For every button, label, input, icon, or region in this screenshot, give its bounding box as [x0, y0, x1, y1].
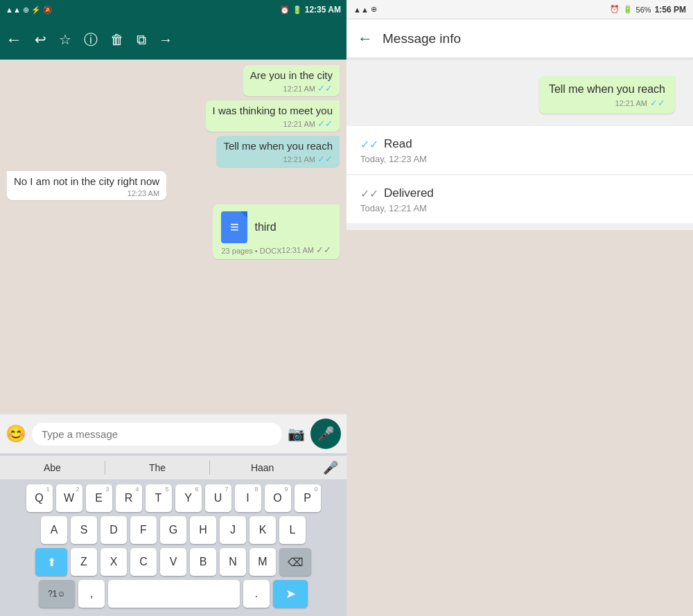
key-d[interactable]: D [100, 516, 127, 544]
msg-info-preview: Tell me when you reach 12:21 AM ✓✓ [539, 76, 675, 114]
key-j[interactable]: J [220, 516, 246, 544]
key-v[interactable]: V [160, 548, 186, 576]
key-shift[interactable]: ⬆ [35, 548, 67, 576]
camera-button[interactable]: 📷 [288, 425, 305, 442]
right-status-right: ⏰ 🔋 56% 1:56 PM [610, 5, 686, 15]
message-2-text: I was thinking to meet you [213, 105, 333, 116]
message-5-file: ≡ third 23 pages • DOCX 12:31 AM ✓✓ [213, 204, 340, 259]
delivered-label: Delivered [384, 186, 434, 200]
keyboard-mic-icon[interactable]: 🎤 [315, 460, 346, 475]
key-s[interactable]: S [71, 516, 97, 544]
right-toolbar: ← Message info [346, 19, 693, 58]
file-msg-ticks: ✓✓ [316, 245, 331, 255]
keyboard-rows: 1Q 2W 3E 4R 5T 6Y 7U 8I 9O 0P A S D F G … [0, 480, 346, 616]
key-l[interactable]: L [279, 516, 306, 544]
key-f[interactable]: F [130, 516, 157, 544]
key-q[interactable]: 1Q [26, 484, 53, 512]
delivered-time: Today, 12:21 AM [360, 203, 679, 213]
key-a[interactable]: A [41, 516, 67, 544]
alarm-icon: ⏰ [280, 6, 290, 15]
key-space[interactable] [108, 580, 240, 608]
suggestion-2[interactable]: Haan [210, 462, 315, 473]
message-4-text: No I am not in the city right now [14, 175, 159, 187]
key-w[interactable]: 2W [56, 484, 82, 512]
message-3: Tell me when you reach 12:21 AM ✓✓ [216, 136, 340, 167]
message-3-time: 12:21 AM [283, 155, 315, 164]
message-2-time: 12:21 AM [283, 120, 315, 128]
key-g[interactable]: G [160, 516, 186, 544]
key-t[interactable]: 5T [146, 484, 172, 512]
mic-icon: 🎤 [317, 425, 335, 442]
battery-icon: 🔋 [292, 6, 302, 15]
key-k[interactable]: K [249, 516, 276, 544]
info-icon[interactable]: ⓘ [84, 30, 98, 49]
mic-button[interactable]: 🎤 [310, 419, 341, 449]
message-input[interactable] [32, 423, 282, 446]
copy-icon[interactable]: ⧉ [137, 32, 146, 48]
read-card-header: ✓✓ Read [360, 137, 679, 151]
right-back-button[interactable]: ← [358, 30, 373, 48]
right-toolbar-title: Message info [383, 31, 461, 46]
delete-icon[interactable]: 🗑 [110, 32, 124, 48]
message-2-ticks: ✓✓ [317, 118, 333, 129]
message-3-meta: 12:21 AM ✓✓ [223, 154, 333, 164]
key-c[interactable]: C [130, 548, 157, 576]
key-u[interactable]: 7U [205, 484, 231, 512]
message-4-meta: 12:23 AM [14, 189, 159, 197]
preview-time: 12:21 AM [615, 99, 647, 107]
right-alarm-icon: ⏰ [610, 5, 620, 14]
key-m[interactable]: M [249, 548, 276, 576]
reply-icon[interactable]: ↩ [35, 31, 46, 48]
key-e[interactable]: 3E [86, 484, 112, 512]
left-toolbar: ← ↩ ☆ ⓘ 🗑 ⧉ → [0, 19, 346, 60]
key-o[interactable]: 9O [265, 484, 291, 512]
right-chat-background [346, 230, 693, 616]
message-2: I was thinking to meet you 12:21 AM ✓✓ [206, 100, 340, 132]
key-b[interactable]: B [190, 548, 216, 576]
key-p[interactable]: 0P [295, 484, 321, 512]
message-1-ticks: ✓✓ [317, 83, 333, 94]
delivered-card: ✓✓ Delivered Today, 12:21 AM [346, 175, 693, 223]
delivered-ticks-icon: ✓✓ [360, 187, 378, 200]
key-r[interactable]: 4R [116, 484, 142, 512]
key-row-3: ⬆ Z X C V B N M ⌫ [3, 548, 344, 576]
message-3-text: Tell me when you reach [223, 140, 333, 152]
keyboard-suggestions: Abe The Haan 🎤 [0, 456, 346, 480]
key-row-1: 1Q 2W 3E 4R 5T 6Y 7U 8I 9O 0P [3, 484, 344, 512]
key-y[interactable]: 6Y [175, 484, 202, 512]
chat-area: Are you in the city 12:21 AM ✓✓ I was th… [0, 60, 346, 414]
key-period[interactable]: . [243, 580, 270, 608]
read-label: Read [384, 137, 412, 151]
right-signal-icon: ▲▲ [353, 6, 369, 14]
doc-icon: ≡ [230, 218, 239, 236]
key-numbers[interactable]: ?1☺ [39, 580, 75, 608]
right-status-time: 1:56 PM [655, 5, 686, 15]
key-enter[interactable]: ➤ [273, 580, 308, 608]
keyboard: Abe The Haan 🎤 1Q 2W 3E 4R 5T 6Y 7U 8I 9… [0, 453, 346, 616]
key-delete[interactable]: ⌫ [279, 548, 311, 576]
suggestion-0[interactable]: Abe [0, 462, 105, 473]
preview-text: Tell me when you reach [549, 83, 665, 95]
key-z[interactable]: Z [71, 548, 97, 576]
left-status-bar: ▲▲ ⊕ ⚡ 🔕 ⏰ 🔋 12:35 AM [0, 0, 346, 19]
mute-icon: 🔕 [43, 6, 53, 15]
emoji-button[interactable]: 😊 [6, 424, 26, 443]
key-comma[interactable]: , [78, 580, 105, 608]
back-icon[interactable]: ← [6, 30, 22, 49]
file-name: third [254, 221, 276, 234]
file-inner: ≡ third [221, 211, 331, 243]
key-n[interactable]: N [220, 548, 246, 576]
file-icon: ≡ [221, 211, 247, 243]
message-1-time: 12:21 AM [283, 85, 315, 93]
key-i[interactable]: 8I [235, 484, 261, 512]
key-x[interactable]: X [100, 548, 127, 576]
preview-ticks: ✓✓ [650, 98, 665, 108]
star-icon[interactable]: ☆ [59, 31, 71, 48]
msg-info-preview-container: Tell me when you reach 12:21 AM ✓✓ [346, 58, 693, 119]
suggestion-1[interactable]: The [105, 462, 210, 473]
file-msg-meta: 12:31 AM ✓✓ [282, 245, 331, 255]
key-h[interactable]: H [190, 516, 216, 544]
forward-icon[interactable]: → [159, 32, 173, 48]
file-meta-row: 23 pages • DOCX 12:31 AM ✓✓ [221, 243, 331, 255]
right-status-bar: ▲▲ ⊕ ⏰ 🔋 56% 1:56 PM [346, 0, 693, 19]
